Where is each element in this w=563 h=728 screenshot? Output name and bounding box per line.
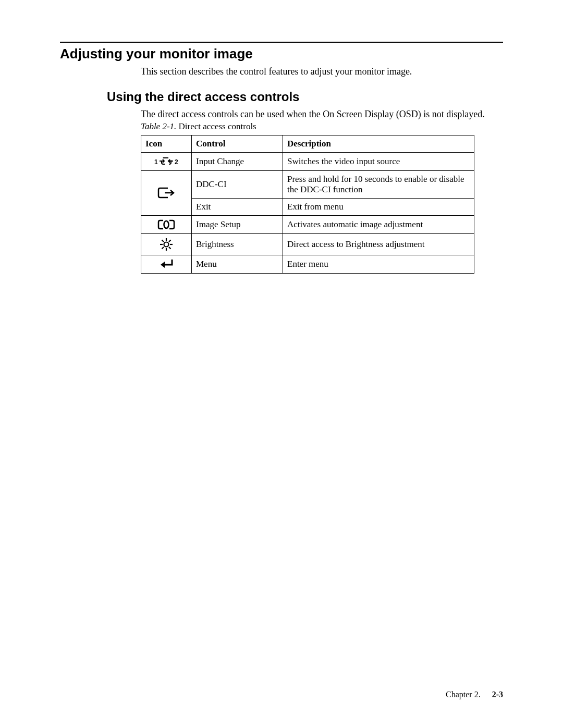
svg-line-13 xyxy=(169,240,171,242)
cell-control: Input Change xyxy=(192,152,283,170)
table-row: 1 2 Input Change Switches the video inpu… xyxy=(141,152,474,170)
svg-point-4 xyxy=(164,221,169,228)
menu-icon xyxy=(145,258,187,270)
col-header-icon: Icon xyxy=(141,135,192,152)
table-row: Image Setup Activates automatic image ad… xyxy=(141,215,474,233)
table-header-row: Icon Control Description xyxy=(141,135,474,152)
footer-chapter: Chapter 2. xyxy=(446,690,481,699)
svg-line-12 xyxy=(162,247,164,249)
direct-access-paragraph: The direct access controls can be used w… xyxy=(141,108,503,120)
table-row: DDC-CI Press and hold for 10 seconds to … xyxy=(141,170,474,198)
cell-control: Exit xyxy=(192,198,283,215)
cell-description: Switches the video input source xyxy=(283,152,474,170)
exit-icon xyxy=(145,187,187,199)
cell-description: Exit from menu xyxy=(283,198,474,215)
table-row: Menu Enter menu xyxy=(141,255,474,273)
cell-control: DDC-CI xyxy=(192,170,283,198)
cell-control: Brightness xyxy=(192,233,283,255)
col-header-description: Description xyxy=(283,135,474,152)
svg-line-10 xyxy=(162,240,164,242)
svg-point-5 xyxy=(164,242,169,246)
cell-control: Image Setup xyxy=(192,215,283,233)
cell-description: Enter menu xyxy=(283,255,474,273)
svg-line-11 xyxy=(169,247,171,249)
footer-page-number: 2-3 xyxy=(492,690,503,699)
cell-description: Direct access to Brightness adjustment xyxy=(283,233,474,255)
heading-main: Adjusting your monitor image xyxy=(60,46,503,62)
cell-control: Menu xyxy=(192,255,283,273)
table-caption-text: Direct access controls xyxy=(176,121,256,131)
table-caption-label: Table 2-1. xyxy=(141,121,176,131)
intro-paragraph: This section describes the control featu… xyxy=(141,66,503,77)
col-header-control: Control xyxy=(192,135,283,152)
section-rule xyxy=(60,42,503,43)
image-setup-icon xyxy=(145,219,187,230)
svg-text:2: 2 xyxy=(175,158,178,166)
cell-description: Activates automatic image adjustment xyxy=(283,215,474,233)
svg-text:1: 1 xyxy=(154,158,158,166)
input-change-icon: 1 2 xyxy=(145,156,187,167)
table-row: Brightness Direct access to Brightness a… xyxy=(141,233,474,255)
table-caption: Table 2-1. Direct access controls xyxy=(141,121,503,132)
cell-description: Press and hold for 10 seconds to enable … xyxy=(283,170,474,198)
direct-access-controls-table: Icon Control Description 1 xyxy=(141,135,474,274)
page-footer: Chapter 2. 2-3 xyxy=(446,690,503,699)
brightness-icon xyxy=(145,237,187,252)
heading-sub: Using the direct access controls xyxy=(107,90,503,104)
